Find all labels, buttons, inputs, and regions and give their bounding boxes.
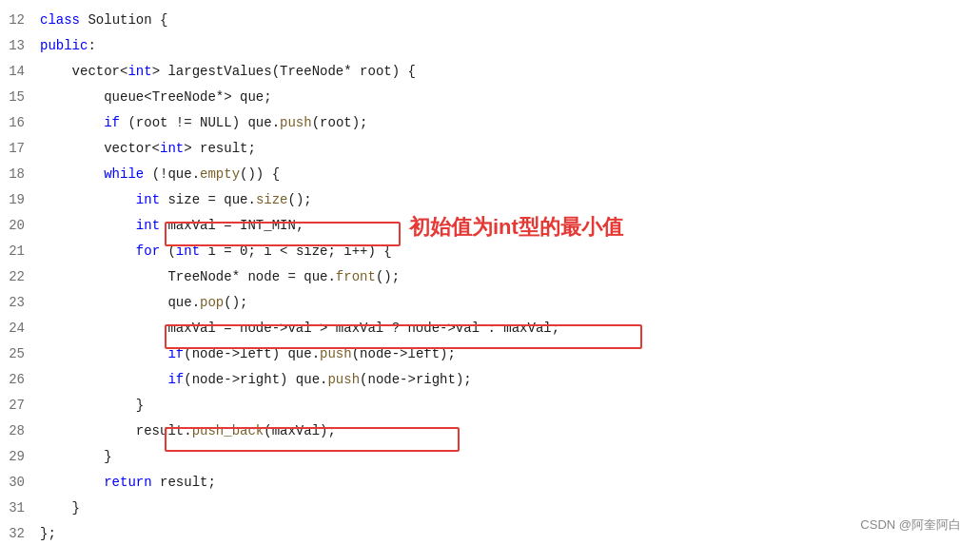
code-line: 13public:	[0, 33, 980, 59]
code-content: for (int i = 0; i < size; i++) {	[40, 239, 392, 264]
code-content: if(node->left) que.push(node->left);	[40, 341, 456, 367]
code-container: 12class Solution {13public:14 vector<int…	[0, 0, 980, 545]
code-line: 17 vector<int> result;	[0, 136, 980, 162]
code-line: 12class Solution {	[0, 8, 980, 33]
code-line: 22 TreeNode* node = que.front();	[0, 264, 980, 290]
line-number: 27	[0, 393, 40, 418]
line-number: 18	[0, 162, 40, 187]
line-number: 20	[0, 213, 40, 239]
code-line: 32};	[0, 521, 980, 545]
code-content: que.pop();	[40, 290, 247, 316]
watermark: CSDN @阿奎阿白	[860, 516, 961, 534]
line-number: 25	[0, 341, 40, 367]
line-number: 17	[0, 136, 40, 162]
annotation-text: 初始值为int型的最小值	[409, 213, 623, 242]
code-content: int size = que.size();	[40, 187, 312, 213]
code-content: }	[40, 496, 80, 521]
code-content: int maxVal = INT_MIN;	[40, 213, 304, 239]
line-number: 23	[0, 290, 40, 316]
code-content: queue<TreeNode*> que;	[40, 85, 272, 110]
code-content: result.push_back(maxVal);	[40, 418, 336, 444]
code-line: 30 return result;	[0, 470, 980, 496]
code-line: 15 queue<TreeNode*> que;	[0, 85, 980, 110]
line-number: 32	[0, 521, 40, 545]
code-line: 27 }	[0, 393, 980, 418]
code-line: 25 if(node->left) que.push(node->left);	[0, 341, 980, 367]
code-content: return result;	[40, 470, 216, 496]
code-content: };	[40, 521, 56, 545]
code-content: }	[40, 393, 144, 418]
line-number: 13	[0, 33, 40, 59]
code-content: while (!que.empty()) {	[40, 162, 280, 187]
code-line: 19 int size = que.size();	[0, 187, 980, 213]
code-line: 24 maxVal = node->val > maxVal ? node->v…	[0, 316, 980, 341]
code-content: class Solution {	[40, 8, 167, 33]
code-line: 28 result.push_back(maxVal);	[0, 418, 980, 444]
code-content: public:	[40, 33, 96, 59]
code-line: 23 que.pop();	[0, 290, 980, 316]
code-content: TreeNode* node = que.front();	[40, 264, 400, 290]
code-content: }	[40, 444, 112, 470]
line-number: 22	[0, 264, 40, 290]
code-line: 14 vector<int> largestValues(TreeNode* r…	[0, 59, 980, 85]
line-number: 24	[0, 316, 40, 341]
line-number: 19	[0, 187, 40, 213]
line-number: 15	[0, 85, 40, 110]
code-content: vector<int> result;	[40, 136, 256, 162]
code-content: vector<int> largestValues(TreeNode* root…	[40, 59, 416, 85]
line-number: 28	[0, 418, 40, 444]
code-line: 21 for (int i = 0; i < size; i++) {	[0, 239, 980, 264]
line-number: 29	[0, 444, 40, 470]
code-line: 18 while (!que.empty()) {	[0, 162, 980, 187]
code-content: if(node->right) que.push(node->right);	[40, 367, 472, 393]
code-line: 29 }	[0, 444, 980, 470]
code-line: 26 if(node->right) que.push(node->right)…	[0, 367, 980, 393]
line-number: 16	[0, 110, 40, 136]
line-number: 31	[0, 496, 40, 521]
line-number: 30	[0, 470, 40, 496]
line-number: 21	[0, 239, 40, 264]
line-number: 26	[0, 367, 40, 393]
code-line: 31 }	[0, 496, 980, 521]
code-content: maxVal = node->val > maxVal ? node->val …	[40, 316, 559, 341]
line-number: 12	[0, 8, 40, 33]
code-line: 16 if (root != NULL) que.push(root);	[0, 110, 980, 136]
line-number: 14	[0, 59, 40, 85]
code-content: if (root != NULL) que.push(root);	[40, 110, 367, 136]
